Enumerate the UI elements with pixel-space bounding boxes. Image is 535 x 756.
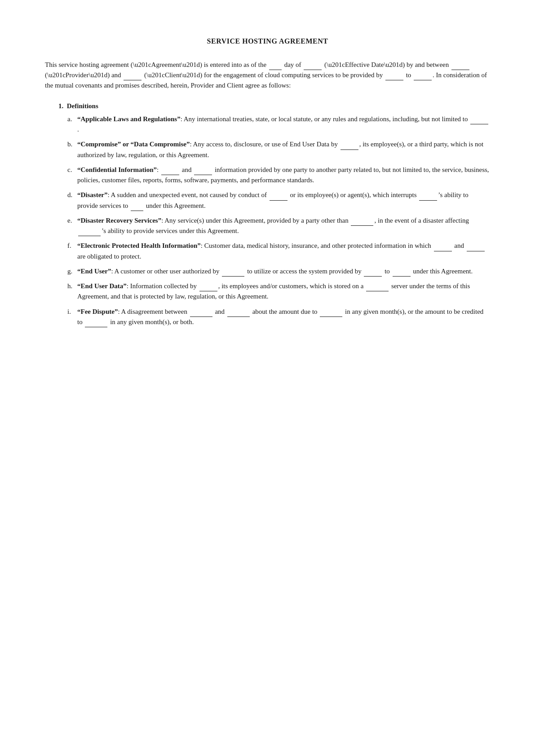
- blank-g2: [364, 276, 382, 277]
- section-definitions: 1. Definitions a. “Applicable Laws and R…: [58, 101, 490, 328]
- term-h: “End User Data”: [77, 282, 127, 290]
- list-item: d. “Disaster”: A sudden and unexpected e…: [67, 190, 490, 211]
- item-content-h: “End User Data”: Information collected b…: [77, 281, 490, 302]
- blank-year: [304, 70, 322, 70]
- page-title: SERVICE HOSTING AGREEMENT: [45, 36, 490, 47]
- blank-e2: [78, 236, 101, 236]
- list-item: b. “Compromise” or “Data Compromise”: An…: [67, 139, 490, 160]
- definitions-list: a. “Applicable Laws and Regulations”: An…: [58, 114, 490, 327]
- item-label-h: h.: [67, 281, 77, 291]
- blank-d3: [131, 211, 143, 211]
- blank-i2: [227, 316, 250, 317]
- item-label-i: i.: [67, 307, 77, 317]
- blank-i4: [85, 327, 107, 327]
- blank-f2: [467, 251, 485, 251]
- item-label-c: c.: [67, 165, 77, 175]
- blank-i3: [320, 316, 342, 317]
- item-label-b: b.: [67, 139, 77, 149]
- term-b: “Compromise” or “Data Compromise”: [77, 141, 190, 148]
- blank-i1: [190, 316, 212, 317]
- blank-client: [124, 80, 141, 80]
- blank-d2: [419, 200, 437, 201]
- item-content-f: “Electronic Protected Health Information…: [77, 241, 490, 262]
- list-item: a. “Applicable Laws and Regulations”: An…: [67, 114, 490, 135]
- blank-e1: [351, 225, 373, 226]
- blank-c1: [161, 175, 179, 175]
- item-content-e: “Disaster Recovery Services”: Any servic…: [77, 215, 490, 237]
- list-item: c. “Confidential Information”: and infor…: [67, 165, 490, 186]
- blank-g3: [393, 276, 411, 277]
- item-label-g: g.: [67, 266, 77, 277]
- blank-provider: [451, 70, 469, 70]
- blank-d1: [270, 200, 287, 201]
- term-g: “End User”: [77, 268, 111, 275]
- item-content-b: “Compromise” or “Data Compromise”: Any a…: [77, 139, 490, 160]
- item-label-e: e.: [67, 215, 77, 226]
- list-item: f. “Electronic Protected Health Informat…: [67, 241, 490, 262]
- item-content-a: “Applicable Laws and Regulations”: Any i…: [77, 114, 490, 135]
- item-content-d: “Disaster”: A sudden and unexpected even…: [77, 190, 490, 211]
- term-a: “Applicable Laws and Regulations”: [77, 115, 181, 123]
- page-container: SERVICE HOSTING AGREEMENT This service h…: [45, 36, 490, 327]
- list-item: i. “Fee Dispute”: A disagreement between…: [67, 307, 490, 328]
- term-c: “Confidential Information”: [77, 166, 157, 173]
- item-content-c: “Confidential Information”: and informat…: [77, 165, 490, 186]
- blank-provider2: [385, 80, 403, 80]
- list-item: e. “Disaster Recovery Services”: Any ser…: [67, 215, 490, 237]
- item-label-d: d.: [67, 190, 77, 200]
- blank-c2: [194, 175, 212, 175]
- blank-f1: [434, 251, 452, 251]
- term-f: “Electronic Protected Health Information…: [77, 242, 201, 249]
- blank-client2: [414, 80, 432, 80]
- term-d: “Disaster”: [77, 191, 108, 198]
- list-item: g. “End User”: A customer or other user …: [67, 266, 490, 277]
- intro-paragraph: This service hosting agreement (\u201cAg…: [45, 60, 490, 91]
- blank-b1: [340, 149, 358, 150]
- main-list: 1. Definitions a. “Applicable Laws and R…: [45, 101, 490, 328]
- section-number: 1. Definitions: [58, 102, 98, 110]
- blank-h1: [199, 291, 217, 291]
- item-content-g: “End User”: A customer or other user aut…: [77, 266, 490, 277]
- term-i: “Fee Dispute”: [77, 308, 118, 315]
- term-e: “Disaster Recovery Services”: [77, 217, 161, 224]
- blank-g1: [222, 276, 244, 277]
- item-label-a: a.: [67, 114, 77, 124]
- blank-h2: [366, 291, 389, 291]
- item-content-i: “Fee Dispute”: A disagreement between an…: [77, 307, 490, 328]
- list-item: h. “End User Data”: Information collecte…: [67, 281, 490, 302]
- item-label-f: f.: [67, 241, 77, 251]
- blank-day: [269, 70, 282, 70]
- blank-a1: [470, 124, 488, 124]
